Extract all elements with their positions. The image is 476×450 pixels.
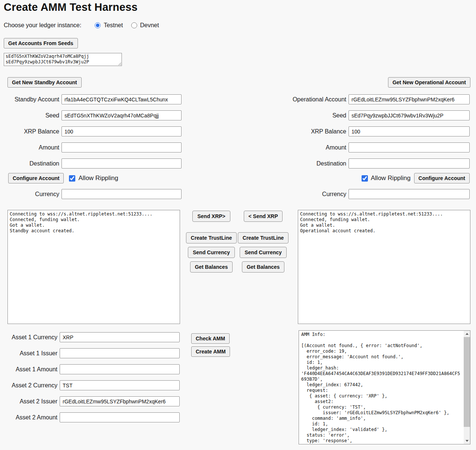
get-new-operational-account-button[interactable]: Get New Operational Account (388, 77, 470, 88)
operational-send-xrp-button[interactable]: < Send XRP (244, 211, 283, 222)
amm-info-content: AMM Info: [(Account not found., { error:… (299, 331, 464, 444)
standby-xrp-balance-input[interactable] (62, 126, 182, 136)
standby-currency-row: Currency (0, 189, 182, 199)
standby-log-textarea[interactable]: Connecting to wss://s.altnet.rippletest.… (7, 210, 180, 324)
check-amm-button[interactable]: Check AMM (191, 333, 230, 344)
operational-create-trustline-button[interactable]: Create TrustLine (238, 232, 289, 243)
testnet-radio-label: Testnet (104, 22, 123, 29)
ledger-chooser-label: Choose your ledger instance: (4, 22, 81, 29)
operational-send-currency-button[interactable]: Send Currency (240, 247, 287, 258)
operational-xrp-balance-input[interactable] (349, 126, 470, 136)
asset1-amount-label: Asset 1 Amount (0, 366, 60, 373)
operational-get-balances-button[interactable]: Get Balances (242, 261, 285, 273)
standby-destination-input[interactable] (62, 158, 182, 169)
asset2-amount-row: Asset 2 Amount (0, 412, 180, 422)
operational-account-row: Operational Account (257, 94, 470, 104)
get-new-standby-account-button[interactable]: Get New Standby Account (7, 77, 82, 88)
operational-destination-label: Destination (257, 160, 349, 167)
scroll-down-icon[interactable] (464, 438, 470, 444)
operational-allow-rippling-checkbox[interactable] (362, 175, 368, 182)
standby-create-trustline-button[interactable]: Create TrustLine (186, 232, 237, 243)
standby-seed-row: Seed (0, 110, 182, 120)
operational-currency-label: Currency (257, 191, 349, 198)
operational-actions-column: < Send XRP Create TrustLine Send Currenc… (239, 211, 288, 276)
ledger-option-devnet[interactable]: Devnet (131, 22, 159, 29)
standby-allow-rippling[interactable]: Allow Rippling (69, 174, 118, 182)
ledger-option-testnet[interactable]: Testnet (95, 22, 123, 29)
standby-account-row: Standby Account (0, 94, 182, 104)
asset2-amount-label: Asset 2 Amount (0, 414, 60, 421)
standby-configure-row: Configure Account Allow Rippling (8, 173, 118, 183)
asset2-issuer-input[interactable] (60, 396, 180, 406)
standby-amount-label: Amount (0, 144, 62, 151)
asset1-issuer-label: Asset 1 Issuer (0, 350, 60, 357)
operational-destination-row: Destination (257, 158, 470, 169)
standby-currency-input[interactable] (62, 189, 182, 199)
operational-seed-input[interactable] (349, 110, 470, 120)
asset1-amount-row: Asset 1 Amount (0, 364, 180, 374)
operational-destination-input[interactable] (349, 158, 470, 169)
amm-info-scrollbar[interactable] (464, 331, 470, 444)
standby-account-label: Standby Account (0, 96, 62, 103)
page-title: Create AMM Test Harness (4, 1, 138, 13)
standby-account-input[interactable] (62, 94, 182, 104)
standby-currency-label: Currency (0, 191, 62, 198)
standby-xrp-balance-row: XRP Balance (0, 126, 182, 136)
create-amm-button[interactable]: Create AMM (191, 346, 230, 357)
devnet-radio[interactable] (131, 22, 137, 28)
operational-log-textarea[interactable]: Connecting to wss://s.altnet.rippletest.… (298, 210, 470, 324)
operational-amount-input[interactable] (349, 142, 470, 152)
operational-configure-account-button[interactable]: Configure Account (414, 173, 470, 183)
ledger-chooser: Choose your ledger instance: Testnet Dev… (4, 22, 159, 29)
operational-xrp-balance-label: XRP Balance (257, 128, 349, 135)
asset2-amount-input[interactable] (60, 412, 180, 422)
get-accounts-from-seeds-button[interactable]: Get Accounts From Seeds (4, 38, 78, 48)
asset1-currency-label: Asset 1 Currency (0, 334, 60, 341)
standby-amount-input[interactable] (62, 142, 182, 152)
asset1-currency-row: Asset 1 Currency (0, 332, 180, 342)
amm-test-harness-page: Create AMM Test Harness Choose your ledg… (0, 0, 476, 450)
standby-seed-input[interactable] (62, 110, 182, 120)
standby-seed-label: Seed (0, 112, 62, 119)
standby-get-balances-button[interactable]: Get Balances (190, 261, 233, 273)
operational-allow-rippling-label: Allow Rippling (371, 174, 411, 182)
standby-actions-column: Send XRP> Create TrustLine Send Currency… (187, 211, 236, 276)
operational-xrp-balance-row: XRP Balance (257, 126, 470, 136)
scroll-up-icon[interactable] (464, 331, 470, 337)
amm-info-panel: AMM Info: [(Account not found., { error:… (299, 330, 470, 444)
standby-allow-rippling-label: Allow Rippling (78, 174, 118, 182)
operational-amount-label: Amount (257, 144, 349, 151)
asset2-currency-row: Asset 2 Currency (0, 380, 180, 390)
operational-account-label: Operational Account (257, 96, 349, 103)
asset1-amount-input[interactable] (60, 364, 180, 374)
operational-seed-row: Seed (257, 110, 470, 120)
testnet-radio[interactable] (95, 22, 101, 28)
standby-allow-rippling-checkbox[interactable] (69, 175, 75, 182)
operational-allow-rippling[interactable]: Allow Rippling (362, 174, 411, 182)
operational-configure-row: Allow Rippling Configure Account (362, 173, 470, 183)
standby-configure-account-button[interactable]: Configure Account (8, 173, 64, 183)
operational-seed-label: Seed (257, 112, 349, 119)
operational-account-input[interactable] (349, 94, 470, 104)
asset2-currency-input[interactable] (60, 380, 180, 390)
asset1-issuer-input[interactable] (60, 348, 180, 358)
standby-destination-row: Destination (0, 158, 182, 169)
asset1-issuer-row: Asset 1 Issuer (0, 348, 180, 358)
standby-send-xrp-button[interactable]: Send XRP> (192, 211, 230, 222)
asset2-currency-label: Asset 2 Currency (0, 382, 60, 389)
operational-currency-row: Currency (257, 189, 470, 199)
devnet-radio-label: Devnet (140, 22, 159, 29)
standby-xrp-balance-label: XRP Balance (0, 128, 62, 135)
asset1-currency-input[interactable] (60, 332, 180, 342)
asset2-issuer-row: Asset 2 Issuer (0, 396, 180, 406)
asset2-issuer-label: Asset 2 Issuer (0, 398, 60, 405)
seeds-textarea[interactable]: sEdTG5nXThKWZoV2aqrh47oMCa8Pqjj sEd7Pqy9… (4, 53, 122, 66)
scrollbar-thumb[interactable] (464, 337, 470, 427)
operational-amount-row: Amount (257, 142, 470, 152)
standby-send-currency-button[interactable]: Send Currency (188, 247, 235, 258)
standby-destination-label: Destination (0, 160, 62, 167)
standby-amount-row: Amount (0, 142, 182, 152)
operational-currency-input[interactable] (349, 189, 470, 199)
